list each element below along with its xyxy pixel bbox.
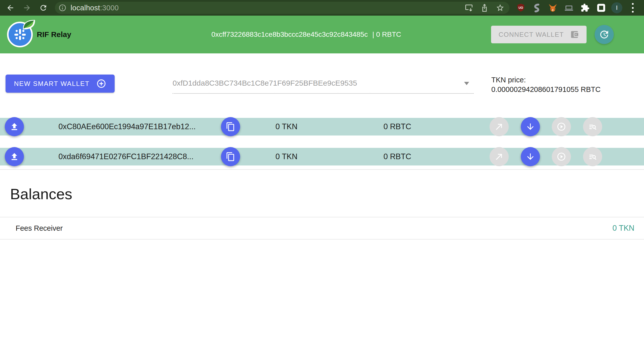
- laptop-extension-icon[interactable]: [564, 3, 574, 13]
- url-text: localhost:3000: [71, 4, 119, 12]
- profile-avatar[interactable]: I: [611, 2, 622, 13]
- upload-icon: [10, 122, 19, 131]
- search-transactions-button[interactable]: [583, 117, 602, 136]
- wallet-tkn-balance: 0 TKN: [259, 118, 314, 135]
- share-icon[interactable]: [480, 4, 489, 12]
- list-search-icon: [588, 152, 597, 161]
- wallet-select-value: 0xfD1dda8C3BC734Bc1C8e71F69F25BFBEe9cE95…: [173, 77, 474, 89]
- arrow-down-icon: [526, 152, 535, 161]
- token-price-label: TKN price:: [491, 75, 601, 85]
- smart-wallet-row: 0xda6f69471E0276FC1BF221428C8... 0 TKN 0…: [0, 148, 644, 165]
- token-price: TKN price: 0.00000294208601791055 RBTC: [491, 75, 601, 94]
- balances-title: Balances: [10, 185, 72, 203]
- load-funds-button[interactable]: [5, 147, 24, 166]
- copy-address-button[interactable]: [221, 147, 240, 166]
- execute-button[interactable]: [552, 117, 571, 136]
- smart-wallet-address: 0xda6f69471E0276FC1BF221428C8...: [58, 148, 194, 165]
- leaf-icon: [22, 19, 36, 31]
- list-search-icon: [588, 122, 597, 131]
- arrow-down-icon: [526, 122, 535, 131]
- play-circle-icon: [557, 152, 566, 161]
- refresh-clock-icon: [599, 29, 609, 40]
- smart-wallet-address: 0xC80AEe600Ec1994a97E1B17eb12...: [58, 118, 196, 135]
- install-app-icon[interactable]: [465, 4, 473, 12]
- fees-receiver-label: Fees Receiver: [16, 224, 63, 232]
- wallet-rbtc-balance: 0 RBTC: [370, 118, 425, 135]
- wallet-select[interactable]: 0xfD1dda8C3BC734Bc1C8e71F69F25BFBEe9cE95…: [173, 77, 474, 94]
- section-divider: [0, 169, 644, 170]
- back-icon[interactable]: [6, 3, 15, 12]
- reload-icon[interactable]: [39, 3, 48, 12]
- transfer-button[interactable]: [490, 117, 509, 136]
- site-info-icon[interactable]: [58, 4, 67, 12]
- smart-wallet-row: 0xC80AEe600Ec1994a97E1B17eb12... 0 TKN 0…: [0, 118, 644, 135]
- ublock-extension-icon[interactable]: [516, 3, 526, 13]
- rif-relay-logo: [7, 22, 33, 47]
- new-smart-wallet-button[interactable]: NEW SMART WALLET: [6, 75, 115, 93]
- receive-button[interactable]: [521, 147, 540, 166]
- browser-menu-icon[interactable]: [630, 3, 635, 13]
- main-content: NEW SMART WALLET 0xfD1dda8C3BC734Bc1C8e7…: [0, 53, 644, 340]
- s-extension-icon[interactable]: [532, 3, 542, 13]
- address-bar[interactable]: localhost:3000: [55, 2, 509, 14]
- connect-wallet-button[interactable]: CONNECT WALLET: [491, 26, 587, 43]
- app-header: RIF Relay 0xcff73226883c1ce8b3bccc28e45c…: [0, 16, 644, 53]
- wallet-tkn-balance: 0 TKN: [259, 148, 314, 165]
- token-price-value: 0.00000294208601791055 RBTC: [491, 85, 601, 94]
- chevron-down-icon: [464, 82, 469, 85]
- wallet-rbtc-balance: 0 RBTC: [370, 148, 425, 165]
- copy-icon: [226, 122, 235, 131]
- arrow-up-right-icon: [494, 152, 504, 161]
- copy-address-button[interactable]: [221, 117, 240, 136]
- fees-receiver-value: 0 TKN: [613, 224, 634, 233]
- refresh-button[interactable]: [595, 25, 614, 44]
- bookmark-star-icon[interactable]: [496, 4, 504, 12]
- account-address: 0xcff73226883c1ce8b3bccc28e45c3c92c84348…: [211, 30, 368, 39]
- upload-icon: [10, 152, 19, 161]
- arrow-up-right-icon: [494, 122, 504, 131]
- wallet-icon: [570, 30, 579, 39]
- account-balance: | 0 RBTC: [372, 30, 401, 39]
- browser-toolbar: localhost:3000 I: [0, 0, 644, 16]
- fees-receiver-row: Fees Receiver 0 TKN: [0, 217, 644, 240]
- extensions-puzzle-icon[interactable]: [580, 3, 590, 13]
- load-funds-button[interactable]: [5, 117, 24, 136]
- add-circle-icon: [96, 79, 106, 89]
- execute-button[interactable]: [552, 147, 571, 166]
- transfer-button[interactable]: [490, 147, 509, 166]
- metamask-extension-icon[interactable]: [548, 3, 558, 13]
- receive-button[interactable]: [521, 117, 540, 136]
- copy-icon: [226, 152, 235, 161]
- side-panel-icon[interactable]: [596, 3, 606, 13]
- forward-icon[interactable]: [22, 3, 31, 12]
- account-summary: 0xcff73226883c1ce8b3bccc28e45c3c92c84348…: [122, 30, 491, 39]
- search-transactions-button[interactable]: [583, 147, 602, 166]
- play-circle-icon: [557, 122, 566, 131]
- app-title: RIF Relay: [37, 30, 71, 39]
